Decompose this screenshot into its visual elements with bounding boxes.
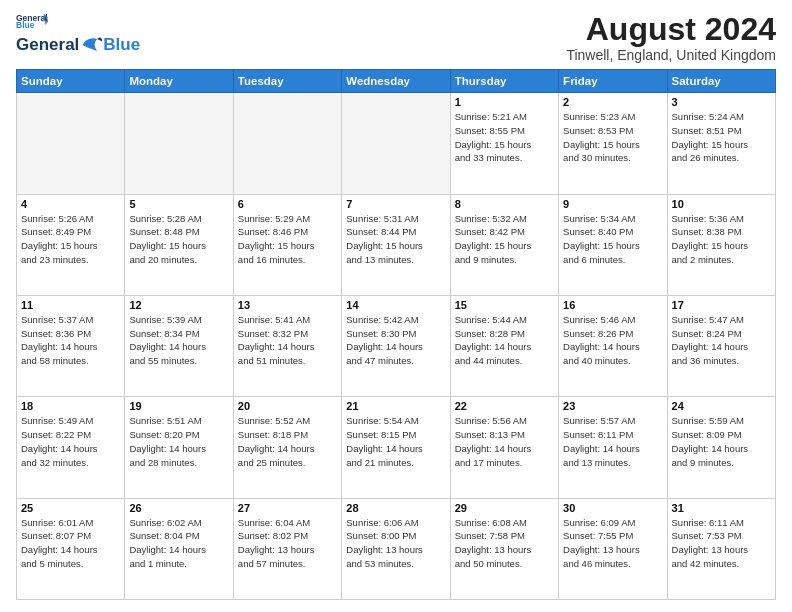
day-number: 29 — [455, 502, 554, 514]
calendar-cell — [17, 93, 125, 194]
calendar-cell: 23Sunrise: 5:57 AM Sunset: 8:11 PM Dayli… — [559, 397, 667, 498]
day-number: 3 — [672, 96, 771, 108]
calendar-week-row: 11Sunrise: 5:37 AM Sunset: 8:36 PM Dayli… — [17, 295, 776, 396]
day-info: Sunrise: 5:26 AM Sunset: 8:49 PM Dayligh… — [21, 212, 120, 267]
calendar-cell: 2Sunrise: 5:23 AM Sunset: 8:53 PM Daylig… — [559, 93, 667, 194]
calendar-header-friday: Friday — [559, 70, 667, 93]
day-info: Sunrise: 5:32 AM Sunset: 8:42 PM Dayligh… — [455, 212, 554, 267]
calendar-cell: 11Sunrise: 5:37 AM Sunset: 8:36 PM Dayli… — [17, 295, 125, 396]
day-number: 2 — [563, 96, 662, 108]
calendar-cell: 4Sunrise: 5:26 AM Sunset: 8:49 PM Daylig… — [17, 194, 125, 295]
day-info: Sunrise: 6:09 AM Sunset: 7:55 PM Dayligh… — [563, 516, 662, 571]
calendar-cell: 25Sunrise: 6:01 AM Sunset: 8:07 PM Dayli… — [17, 498, 125, 599]
day-number: 12 — [129, 299, 228, 311]
day-info: Sunrise: 5:49 AM Sunset: 8:22 PM Dayligh… — [21, 414, 120, 469]
day-info: Sunrise: 5:54 AM Sunset: 8:15 PM Dayligh… — [346, 414, 445, 469]
day-number: 5 — [129, 198, 228, 210]
calendar-cell: 1Sunrise: 5:21 AM Sunset: 8:55 PM Daylig… — [450, 93, 558, 194]
day-info: Sunrise: 5:59 AM Sunset: 8:09 PM Dayligh… — [672, 414, 771, 469]
day-info: Sunrise: 5:21 AM Sunset: 8:55 PM Dayligh… — [455, 110, 554, 165]
calendar-cell: 10Sunrise: 5:36 AM Sunset: 8:38 PM Dayli… — [667, 194, 775, 295]
day-number: 23 — [563, 400, 662, 412]
calendar-header-sunday: Sunday — [17, 70, 125, 93]
day-number: 31 — [672, 502, 771, 514]
day-info: Sunrise: 5:46 AM Sunset: 8:26 PM Dayligh… — [563, 313, 662, 368]
calendar-body: 1Sunrise: 5:21 AM Sunset: 8:55 PM Daylig… — [17, 93, 776, 600]
calendar-cell — [233, 93, 341, 194]
calendar-header-tuesday: Tuesday — [233, 70, 341, 93]
day-number: 24 — [672, 400, 771, 412]
calendar-cell: 22Sunrise: 5:56 AM Sunset: 8:13 PM Dayli… — [450, 397, 558, 498]
calendar-cell: 16Sunrise: 5:46 AM Sunset: 8:26 PM Dayli… — [559, 295, 667, 396]
calendar-cell: 7Sunrise: 5:31 AM Sunset: 8:44 PM Daylig… — [342, 194, 450, 295]
calendar-cell: 8Sunrise: 5:32 AM Sunset: 8:42 PM Daylig… — [450, 194, 558, 295]
day-info: Sunrise: 5:24 AM Sunset: 8:51 PM Dayligh… — [672, 110, 771, 165]
day-number: 13 — [238, 299, 337, 311]
calendar-cell: 9Sunrise: 5:34 AM Sunset: 8:40 PM Daylig… — [559, 194, 667, 295]
calendar-cell: 28Sunrise: 6:06 AM Sunset: 8:00 PM Dayli… — [342, 498, 450, 599]
day-info: Sunrise: 6:02 AM Sunset: 8:04 PM Dayligh… — [129, 516, 228, 571]
day-info: Sunrise: 5:57 AM Sunset: 8:11 PM Dayligh… — [563, 414, 662, 469]
logo-blue: Blue — [103, 35, 140, 55]
calendar-cell: 15Sunrise: 5:44 AM Sunset: 8:28 PM Dayli… — [450, 295, 558, 396]
calendar-header-saturday: Saturday — [667, 70, 775, 93]
calendar-header-wednesday: Wednesday — [342, 70, 450, 93]
day-info: Sunrise: 5:52 AM Sunset: 8:18 PM Dayligh… — [238, 414, 337, 469]
calendar-header-monday: Monday — [125, 70, 233, 93]
day-info: Sunrise: 6:06 AM Sunset: 8:00 PM Dayligh… — [346, 516, 445, 571]
day-number: 9 — [563, 198, 662, 210]
day-number: 26 — [129, 502, 228, 514]
day-info: Sunrise: 5:37 AM Sunset: 8:36 PM Dayligh… — [21, 313, 120, 368]
calendar-cell — [125, 93, 233, 194]
location: Tinwell, England, United Kingdom — [566, 47, 776, 63]
day-info: Sunrise: 6:08 AM Sunset: 7:58 PM Dayligh… — [455, 516, 554, 571]
day-number: 28 — [346, 502, 445, 514]
calendar-cell: 5Sunrise: 5:28 AM Sunset: 8:48 PM Daylig… — [125, 194, 233, 295]
day-info: Sunrise: 5:41 AM Sunset: 8:32 PM Dayligh… — [238, 313, 337, 368]
day-info: Sunrise: 5:44 AM Sunset: 8:28 PM Dayligh… — [455, 313, 554, 368]
calendar-cell: 27Sunrise: 6:04 AM Sunset: 8:02 PM Dayli… — [233, 498, 341, 599]
day-info: Sunrise: 5:36 AM Sunset: 8:38 PM Dayligh… — [672, 212, 771, 267]
calendar-cell — [342, 93, 450, 194]
day-info: Sunrise: 5:28 AM Sunset: 8:48 PM Dayligh… — [129, 212, 228, 267]
day-number: 10 — [672, 198, 771, 210]
logo-icon: General Blue — [16, 12, 48, 32]
calendar-cell: 13Sunrise: 5:41 AM Sunset: 8:32 PM Dayli… — [233, 295, 341, 396]
day-number: 19 — [129, 400, 228, 412]
header: General Blue General Blue August 2024 Ti… — [16, 12, 776, 63]
day-info: Sunrise: 5:34 AM Sunset: 8:40 PM Dayligh… — [563, 212, 662, 267]
calendar-cell: 26Sunrise: 6:02 AM Sunset: 8:04 PM Dayli… — [125, 498, 233, 599]
day-number: 21 — [346, 400, 445, 412]
day-info: Sunrise: 5:39 AM Sunset: 8:34 PM Dayligh… — [129, 313, 228, 368]
calendar-cell: 31Sunrise: 6:11 AM Sunset: 7:53 PM Dayli… — [667, 498, 775, 599]
day-number: 22 — [455, 400, 554, 412]
calendar-table: SundayMondayTuesdayWednesdayThursdayFrid… — [16, 69, 776, 600]
day-info: Sunrise: 6:04 AM Sunset: 8:02 PM Dayligh… — [238, 516, 337, 571]
calendar-cell: 12Sunrise: 5:39 AM Sunset: 8:34 PM Dayli… — [125, 295, 233, 396]
calendar-week-row: 1Sunrise: 5:21 AM Sunset: 8:55 PM Daylig… — [17, 93, 776, 194]
calendar-cell: 21Sunrise: 5:54 AM Sunset: 8:15 PM Dayli… — [342, 397, 450, 498]
calendar-header-row: SundayMondayTuesdayWednesdayThursdayFrid… — [17, 70, 776, 93]
day-info: Sunrise: 5:29 AM Sunset: 8:46 PM Dayligh… — [238, 212, 337, 267]
day-number: 6 — [238, 198, 337, 210]
day-number: 25 — [21, 502, 120, 514]
day-number: 20 — [238, 400, 337, 412]
page: General Blue General Blue August 2024 Ti… — [0, 0, 792, 612]
day-number: 27 — [238, 502, 337, 514]
logo-bird-icon — [80, 34, 102, 56]
day-number: 4 — [21, 198, 120, 210]
calendar-cell: 29Sunrise: 6:08 AM Sunset: 7:58 PM Dayli… — [450, 498, 558, 599]
day-number: 18 — [21, 400, 120, 412]
calendar-header-thursday: Thursday — [450, 70, 558, 93]
calendar-cell: 14Sunrise: 5:42 AM Sunset: 8:30 PM Dayli… — [342, 295, 450, 396]
calendar-week-row: 18Sunrise: 5:49 AM Sunset: 8:22 PM Dayli… — [17, 397, 776, 498]
day-number: 15 — [455, 299, 554, 311]
calendar-cell: 18Sunrise: 5:49 AM Sunset: 8:22 PM Dayli… — [17, 397, 125, 498]
title-block: August 2024 Tinwell, England, United Kin… — [566, 12, 776, 63]
day-info: Sunrise: 6:11 AM Sunset: 7:53 PM Dayligh… — [672, 516, 771, 571]
day-number: 14 — [346, 299, 445, 311]
calendar-cell: 3Sunrise: 5:24 AM Sunset: 8:51 PM Daylig… — [667, 93, 775, 194]
day-info: Sunrise: 5:31 AM Sunset: 8:44 PM Dayligh… — [346, 212, 445, 267]
calendar-cell: 24Sunrise: 5:59 AM Sunset: 8:09 PM Dayli… — [667, 397, 775, 498]
day-info: Sunrise: 5:47 AM Sunset: 8:24 PM Dayligh… — [672, 313, 771, 368]
